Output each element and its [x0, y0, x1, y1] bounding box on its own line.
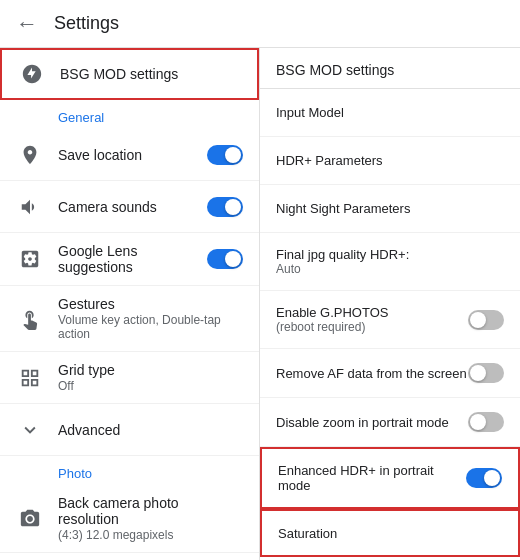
- section-general: General: [0, 100, 259, 129]
- camera-sounds-toggle[interactable]: [207, 197, 243, 217]
- sidebar-item-bsg-mod[interactable]: BSG MOD settings: [0, 48, 259, 100]
- grid-icon: [16, 364, 44, 392]
- sidebar-item-grid-type[interactable]: Grid type Off: [0, 352, 259, 404]
- sidebar-item-front-camera[interactable]: Front camera photo resolution (4:3) 4.0 …: [0, 553, 259, 560]
- right-item-remove-af[interactable]: Remove AF data from the screen: [260, 349, 520, 398]
- back-button[interactable]: ←: [16, 11, 38, 37]
- header: ← Settings: [0, 0, 520, 48]
- final-jpg-label: Final jpg quality HDR+:: [276, 247, 504, 262]
- camera-sounds-content: Camera sounds: [58, 199, 207, 215]
- enhanced-hdr-toggle[interactable]: [466, 468, 502, 488]
- grid-type-label: Grid type: [58, 362, 243, 378]
- remove-af-label: Remove AF data from the screen: [276, 366, 468, 381]
- right-item-final-jpg[interactable]: Final jpg quality HDR+: Auto: [260, 233, 520, 291]
- advanced-label: Advanced: [58, 422, 243, 438]
- sidebar-item-advanced[interactable]: Advanced: [0, 404, 259, 456]
- camera-sounds-label: Camera sounds: [58, 199, 207, 215]
- grid-type-sublabel: Off: [58, 379, 243, 393]
- saturation-label: Saturation: [278, 526, 502, 541]
- enhanced-hdr-label: Enhanced HDR+ in portrait mode: [278, 463, 466, 493]
- input-model-label: Input Model: [276, 105, 504, 120]
- save-location-label: Save location: [58, 147, 207, 163]
- right-item-enhanced-hdr[interactable]: Enhanced HDR+ in portrait mode: [260, 447, 520, 509]
- sidebar-item-gestures[interactable]: Gestures Volume key action, Double-tap a…: [0, 286, 259, 352]
- right-item-hdr[interactable]: HDR+ Parameters: [260, 137, 520, 185]
- right-panel: BSG MOD settings Input Model HDR+ Parame…: [260, 48, 520, 560]
- advanced-icon: [16, 416, 44, 444]
- location-icon: [16, 141, 44, 169]
- sidebar-item-google-lens[interactable]: Google Lens suggestions: [0, 233, 259, 286]
- right-item-gphotos[interactable]: Enable G.PHOTOS (reboot required): [260, 291, 520, 349]
- right-item-night-sight[interactable]: Night Sight Parameters: [260, 185, 520, 233]
- gestures-content: Gestures Volume key action, Double-tap a…: [58, 296, 243, 341]
- right-item-input-model[interactable]: Input Model: [260, 89, 520, 137]
- right-item-saturation[interactable]: Saturation: [260, 509, 520, 557]
- remove-af-toggle[interactable]: [468, 363, 504, 383]
- gesture-icon: [16, 305, 44, 333]
- sidebar-item-back-camera[interactable]: Back camera photo resolution (4:3) 12.0 …: [0, 485, 259, 553]
- back-camera-icon: [16, 505, 44, 533]
- grid-type-content: Grid type Off: [58, 362, 243, 393]
- gestures-label: Gestures: [58, 296, 243, 312]
- sidebar-item-save-location[interactable]: Save location: [0, 129, 259, 181]
- bsg-label: BSG MOD settings: [60, 66, 241, 82]
- gphotos-toggle[interactable]: [468, 310, 504, 330]
- bsg-icon: [18, 60, 46, 88]
- main-layout: BSG MOD settings General Save location C…: [0, 48, 520, 560]
- hdr-label: HDR+ Parameters: [276, 153, 504, 168]
- disable-zoom-toggle[interactable]: [468, 412, 504, 432]
- back-camera-sublabel: (4:3) 12.0 megapixels: [58, 528, 243, 542]
- disable-zoom-label: Disable zoom in portrait mode: [276, 415, 468, 430]
- back-camera-label: Back camera photo resolution: [58, 495, 243, 527]
- sound-icon: [16, 193, 44, 221]
- save-location-toggle[interactable]: [207, 145, 243, 165]
- right-panel-title: BSG MOD settings: [260, 48, 520, 89]
- gphotos-sublabel: (reboot required): [276, 320, 468, 334]
- google-lens-label: Google Lens suggestions: [58, 243, 207, 275]
- bsg-content: BSG MOD settings: [60, 66, 241, 82]
- sidebar-item-camera-sounds[interactable]: Camera sounds: [0, 181, 259, 233]
- section-photo: Photo: [0, 456, 259, 485]
- left-panel: BSG MOD settings General Save location C…: [0, 48, 260, 560]
- advanced-content: Advanced: [58, 422, 243, 438]
- gestures-sublabel: Volume key action, Double-tap action: [58, 313, 243, 341]
- google-lens-toggle[interactable]: [207, 249, 243, 269]
- page-title: Settings: [54, 13, 119, 34]
- right-item-disable-zoom[interactable]: Disable zoom in portrait mode: [260, 398, 520, 447]
- lens-icon: [16, 245, 44, 273]
- final-jpg-sublabel: Auto: [276, 262, 504, 276]
- back-camera-content: Back camera photo resolution (4:3) 12.0 …: [58, 495, 243, 542]
- save-location-content: Save location: [58, 147, 207, 163]
- gphotos-label: Enable G.PHOTOS: [276, 305, 468, 320]
- night-sight-label: Night Sight Parameters: [276, 201, 504, 216]
- google-lens-content: Google Lens suggestions: [58, 243, 207, 275]
